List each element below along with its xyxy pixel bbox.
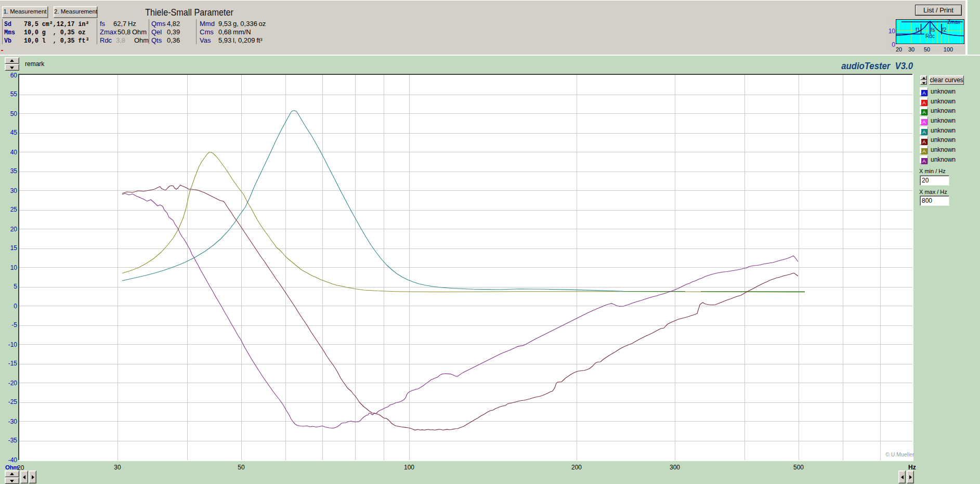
- svg-text:Rdc: Rdc: [925, 33, 935, 39]
- svg-text:f2: f2: [942, 27, 947, 33]
- svg-text:fs: fs: [931, 27, 935, 33]
- svg-text:f1: f1: [916, 27, 920, 33]
- svg-text:Zmax: Zmax: [947, 19, 960, 25]
